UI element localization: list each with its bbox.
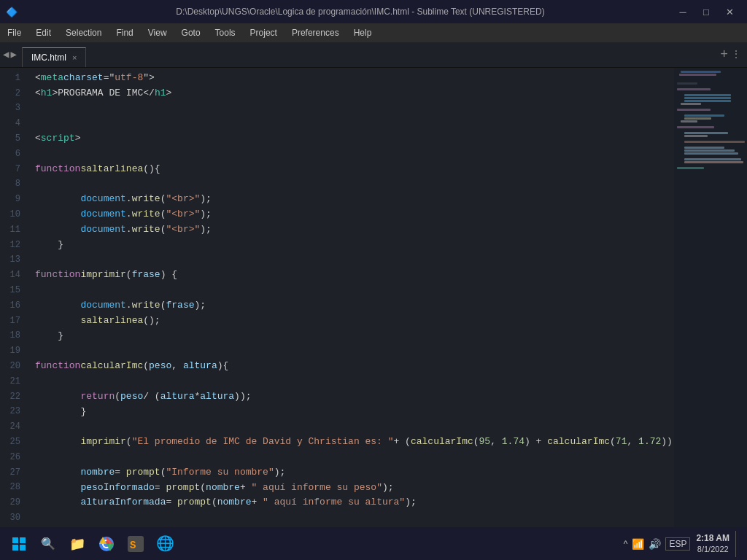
system-date: 8/1/2022 <box>696 544 729 554</box>
minimap-content <box>674 68 747 173</box>
taskbar: 🔍 📁 S 🌐 ^ 📶 🔊 <box>0 527 747 560</box>
code-line-14: function imprimir(frase) { <box>35 268 674 283</box>
taskbar-left: 🔍 📁 S 🌐 <box>6 531 178 557</box>
tab-scroll-arrows[interactable]: ◀▶ <box>0 42 20 67</box>
chevron-up-icon[interactable]: ^ <box>624 539 628 549</box>
sound-icon[interactable]: 🔊 <box>649 538 661 550</box>
line-num-2: 2 <box>6 86 20 101</box>
line-numbers: 1 2 3 4 5 6 7 8 9 10 11 12 13 14 15 16 1… <box>0 68 29 538</box>
line-num-16: 16 <box>6 298 20 314</box>
chrome-button[interactable] <box>93 531 120 557</box>
code-line-11: document.write("<br>"); <box>35 222 674 238</box>
code-line-15 <box>35 283 674 298</box>
line-num-4: 4 <box>6 116 20 131</box>
line-num-25: 25 <box>6 435 20 450</box>
line-num-27: 27 <box>6 465 20 481</box>
code-line-12: } <box>35 238 674 253</box>
code-line-25: imprimir("El promedio de IMC de David y … <box>35 435 674 450</box>
line-num-20: 20 <box>6 359 20 374</box>
svg-rect-0 <box>12 537 18 543</box>
menu-find[interactable]: Find <box>109 23 140 42</box>
line-num-10: 10 <box>6 207 20 222</box>
file-explorer-button[interactable]: 📁 <box>64 531 90 557</box>
code-line-18: } <box>35 329 674 344</box>
code-line-2: <h1>PROGRAMA DE IMC</h1> <box>35 86 674 101</box>
menu-edit[interactable]: Edit <box>28 23 58 42</box>
code-line-3 <box>35 101 674 117</box>
code-line-4 <box>35 116 674 131</box>
minimap[interactable] <box>674 68 747 538</box>
line-num-21: 21 <box>6 374 20 389</box>
system-time: 2:18 AM <box>696 533 729 545</box>
system-tray: ^ 📶 🔊 ESP <box>624 537 691 551</box>
code-line-7: function saltarlinea(){ <box>35 162 674 177</box>
menu-goto[interactable]: Goto <box>174 23 208 42</box>
line-num-29: 29 <box>6 495 20 510</box>
line-num-13: 13 <box>6 253 20 268</box>
sublime-text-button[interactable]: S <box>123 531 149 557</box>
code-line-13 <box>35 253 674 268</box>
line-num-30: 30 <box>6 510 20 526</box>
tab-close-button[interactable]: × <box>72 53 77 62</box>
code-line-27: nombre = prompt("Informe su nombre"); <box>35 465 674 481</box>
svg-rect-1 <box>20 537 26 543</box>
line-num-11: 11 <box>6 222 20 238</box>
tab-imc-html[interactable]: IMC.html × <box>22 47 86 67</box>
svg-rect-3 <box>20 545 26 551</box>
code-line-22: return(peso / (altura*altura)); <box>35 389 674 405</box>
line-num-18: 18 <box>6 329 20 344</box>
edge-button[interactable]: 🌐 <box>152 531 178 557</box>
close-button[interactable]: ✕ <box>718 0 741 23</box>
code-line-9: document.write("<br>"); <box>35 192 674 207</box>
code-line-5: <script > <box>35 131 674 147</box>
code-line-20: function calcularImc(peso, altura){ <box>35 359 674 374</box>
line-num-9: 9 <box>6 192 20 207</box>
menu-preferences[interactable]: Preferences <box>285 23 347 42</box>
svg-rect-2 <box>12 545 18 551</box>
line-num-26: 26 <box>6 450 20 465</box>
menu-help[interactable]: Help <box>347 23 379 42</box>
line-num-24: 24 <box>6 419 20 435</box>
code-line-28: pesoInformado = prompt(nombre+ " aquí in… <box>35 481 674 496</box>
code-line-29: alturaInformada= prompt(nombre+ " aquí i… <box>35 495 674 510</box>
menu-file[interactable]: File <box>0 23 28 42</box>
line-num-6: 6 <box>6 147 20 162</box>
tab-bar: ◀▶ IMC.html × + ⋮ <box>0 42 747 68</box>
search-taskbar-button[interactable]: 🔍 <box>35 531 61 557</box>
line-num-15: 15 <box>6 283 20 298</box>
line-num-7: 7 <box>6 162 20 177</box>
line-num-8: 8 <box>6 177 20 192</box>
time-date-block[interactable]: 2:18 AM 8/1/2022 <box>696 533 729 555</box>
code-line-23: } <box>35 405 674 420</box>
code-line-26 <box>35 450 674 465</box>
line-num-23: 23 <box>6 405 20 420</box>
tab-label: IMC.html <box>31 52 66 63</box>
code-line-17: saltarlinea(); <box>35 314 674 329</box>
line-num-5: 5 <box>6 131 20 147</box>
tab-list-icon[interactable]: ⋮ <box>731 48 741 61</box>
start-button[interactable] <box>6 531 32 557</box>
menu-view[interactable]: View <box>141 23 174 42</box>
svg-text:S: S <box>130 540 136 551</box>
code-line-21 <box>35 374 674 389</box>
code-line-10: document.write("<br>"); <box>35 207 674 222</box>
show-desktop-button[interactable] <box>735 531 741 557</box>
line-num-22: 22 <box>6 389 20 405</box>
new-tab-icon[interactable]: + <box>720 47 728 62</box>
network-icon[interactable]: 📶 <box>632 538 644 550</box>
taskbar-right: ^ 📶 🔊 ESP 2:18 AM 8/1/2022 <box>624 531 741 557</box>
menu-tools[interactable]: Tools <box>208 23 243 42</box>
menu-selection[interactable]: Selection <box>58 23 109 42</box>
line-num-14: 14 <box>6 268 20 283</box>
menu-project[interactable]: Project <box>243 23 285 42</box>
line-num-17: 17 <box>6 314 20 329</box>
language-indicator[interactable]: ESP <box>665 537 690 551</box>
window-title: D:\Desktop\UNGS\Oracle\Logica de program… <box>50 7 671 17</box>
line-num-19: 19 <box>6 343 20 359</box>
maximize-button[interactable]: □ <box>694 0 718 23</box>
code-area[interactable]: <meta charset="utf-8"> <h1>PROGRAMA DE I… <box>29 68 674 538</box>
code-line-19 <box>35 343 674 359</box>
code-line-30 <box>35 510 674 526</box>
minimize-button[interactable]: ─ <box>671 0 694 23</box>
code-line-8 <box>35 177 674 192</box>
